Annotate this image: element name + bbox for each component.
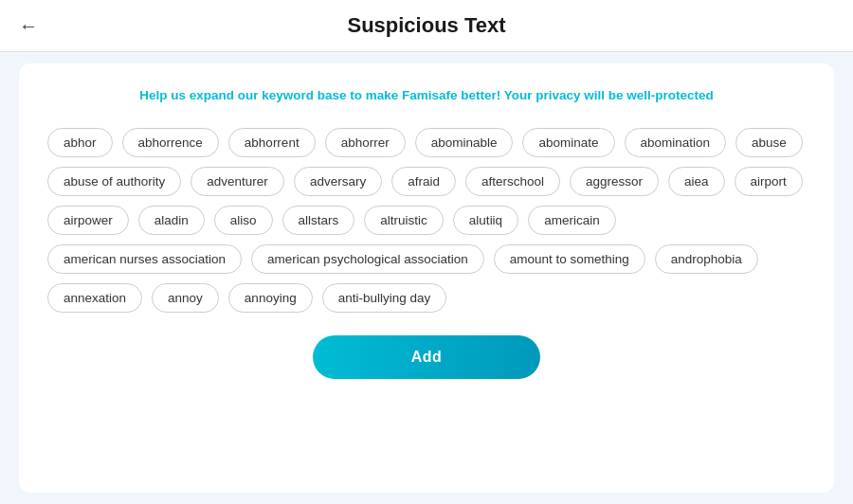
tag-item[interactable]: abominate xyxy=(522,128,614,157)
tag-item[interactable]: alutiiq xyxy=(453,206,518,235)
tag-item[interactable]: abhor xyxy=(47,128,113,157)
tag-item[interactable]: abominable xyxy=(415,128,514,157)
tag-item[interactable]: american nurses association xyxy=(47,244,242,274)
tag-item[interactable]: airport xyxy=(735,167,803,196)
tag-item[interactable]: american psychological association xyxy=(251,244,484,274)
tag-item[interactable]: aliso xyxy=(214,206,273,235)
back-button[interactable]: ← xyxy=(19,15,38,37)
tag-item[interactable]: annoy xyxy=(152,283,219,313)
tag-item[interactable]: anti-bullying day xyxy=(322,283,447,313)
add-button[interactable]: Add xyxy=(313,335,540,379)
add-button-wrapper: Add xyxy=(47,335,806,379)
page-title: Suspicious Text xyxy=(347,13,505,38)
tag-item[interactable]: adventurer xyxy=(191,167,284,196)
tag-item[interactable]: adversary xyxy=(294,167,382,196)
tags-container: abhorabhorrenceabhorrentabhorrerabominab… xyxy=(47,128,806,313)
subtitle-text-before: Help us expand our keyword base to make xyxy=(139,88,402,102)
main-content: Help us expand our keyword base to make … xyxy=(19,63,834,493)
tag-item[interactable]: airpower xyxy=(47,206,129,235)
tag-item[interactable]: abuse of authority xyxy=(47,167,181,196)
tag-item[interactable]: aggressor xyxy=(570,167,659,196)
subtitle-text-after: better! Your privacy will be well-protec… xyxy=(461,88,714,102)
tag-item[interactable]: afraid xyxy=(391,167,456,196)
tag-item[interactable]: annexation xyxy=(47,283,142,313)
tag-item[interactable]: allstars xyxy=(282,206,355,235)
tag-item[interactable]: androphobia xyxy=(655,244,758,274)
tag-item[interactable]: aladin xyxy=(138,206,205,235)
tag-item[interactable]: aiea xyxy=(668,167,725,196)
tag-item[interactable]: altruistic xyxy=(364,206,444,235)
brand-name: Famisafe xyxy=(402,88,458,102)
tag-item[interactable]: afterschool xyxy=(465,167,560,196)
tag-item[interactable]: abhorrence xyxy=(122,128,219,157)
subtitle: Help us expand our keyword base to make … xyxy=(47,86,806,105)
tag-item[interactable]: abomination xyxy=(625,128,727,157)
tag-item[interactable]: americain xyxy=(528,206,616,235)
tag-item[interactable]: abhorrer xyxy=(325,128,406,157)
tag-item[interactable]: abhorrent xyxy=(228,128,316,157)
tag-item[interactable]: abuse xyxy=(735,128,803,157)
tag-item[interactable]: amount to something xyxy=(494,244,645,274)
back-arrow-icon: ← xyxy=(19,15,38,37)
tag-item[interactable]: annoying xyxy=(228,283,313,313)
page-header: ← Suspicious Text xyxy=(0,0,853,52)
